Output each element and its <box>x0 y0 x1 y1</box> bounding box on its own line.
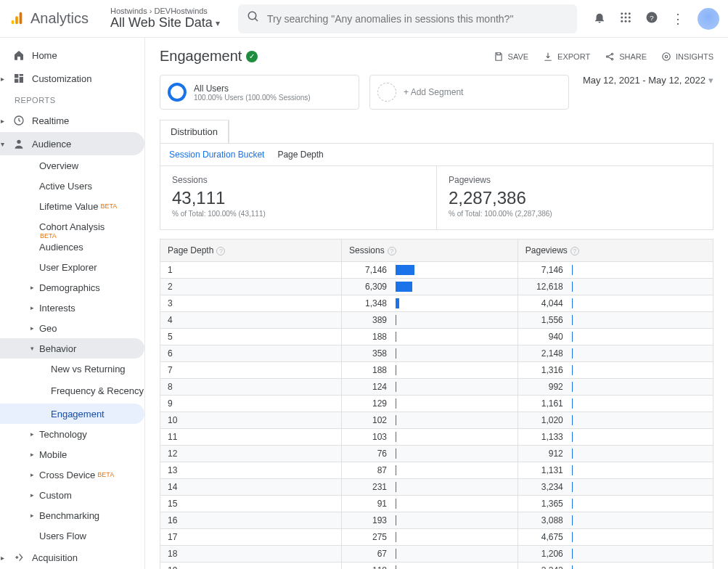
add-segment-label: + Add Segment <box>404 87 463 97</box>
svg-point-28 <box>665 55 668 58</box>
insights-button[interactable]: INSIGHTS <box>661 52 713 62</box>
sidebar-item-cohort[interactable]: Cohort AnalysisBETA <box>0 216 144 237</box>
cell-depth: 13 <box>160 462 342 479</box>
sidebar-item-audience[interactable]: ▾ Audience <box>0 132 144 155</box>
add-segment-circle-icon <box>377 83 396 102</box>
avatar[interactable] <box>698 8 719 30</box>
cell-pageviews: 2,148 <box>518 345 713 362</box>
chevron-right-icon: ▸ <box>30 512 34 519</box>
help-icon[interactable]: ? <box>570 247 579 255</box>
table-row: 5188940 <box>160 329 713 345</box>
sidebar-item-behavior[interactable]: ▾Behavior <box>0 338 144 359</box>
share-button[interactable]: SHARE <box>605 52 647 62</box>
metric-value: 2,287,386 <box>449 188 701 208</box>
sidebar-item-user-explorer[interactable]: User Explorer <box>0 257 144 277</box>
col-sessions[interactable]: Sessions? <box>342 240 518 262</box>
table-row: 191182,242 <box>160 562 713 570</box>
help-icon[interactable]: ? <box>388 247 396 255</box>
sidebar-item-label: Audiences <box>39 242 83 253</box>
cell-sessions: 1,348 <box>342 295 518 312</box>
table-row: 17,1467,146 <box>160 262 713 279</box>
metric-sub: % of Total: 100.00% (43,111) <box>172 210 425 218</box>
sidebar-item-label: Audience <box>32 139 71 150</box>
sidebar: Home ▸ Customization REPORTS ▸ Realtime … <box>0 38 145 569</box>
search-input[interactable] <box>267 13 568 25</box>
svg-point-3 <box>248 12 256 20</box>
sidebar-item-label: Cohort Analysis <box>39 221 105 232</box>
sidebar-item-label: Lifetime Value <box>39 201 98 212</box>
chevron-right-icon: ▸ <box>30 284 34 291</box>
help-icon[interactable]: ? <box>645 11 658 26</box>
sidebar-item-benchmarking[interactable]: ▸Benchmarking <box>0 505 144 525</box>
help-icon[interactable]: ? <box>216 247 225 255</box>
metric-label: Sessions <box>172 175 425 185</box>
search-bar[interactable] <box>238 4 577 33</box>
sidebar-item-customization[interactable]: ▸ Customization <box>0 67 144 90</box>
table-row: 63582,148 <box>160 345 713 362</box>
cell-sessions: 275 <box>342 529 518 546</box>
sidebar-item-overview[interactable]: Overview <box>0 155 144 176</box>
sidebar-item-users-flow[interactable]: Users Flow <box>0 525 144 546</box>
more-icon[interactable]: ⋮ <box>671 11 684 27</box>
sidebar-item-audiences[interactable]: Audiences <box>0 237 144 257</box>
sidebar-item-custom[interactable]: ▸Custom <box>0 485 144 505</box>
sidebar-item-label: Acquisition <box>32 552 78 563</box>
cell-depth: 7 <box>160 362 342 379</box>
sidebar-item-acquisition[interactable]: ▸ Acquisition <box>0 546 144 569</box>
cell-sessions: 358 <box>342 345 518 362</box>
cell-pageviews: 4,675 <box>518 529 713 546</box>
cell-depth: 5 <box>160 329 342 345</box>
subtab-page-depth[interactable]: Page Depth <box>277 150 323 160</box>
sidebar-item-mobile[interactable]: ▸Mobile <box>0 444 144 464</box>
segment-title: All Users <box>194 83 311 94</box>
cell-pageviews: 12,618 <box>518 279 713 295</box>
header-icons: ? ⋮ <box>593 8 719 30</box>
cell-depth: 9 <box>160 396 342 412</box>
sidebar-item-demographics[interactable]: ▸Demographics <box>0 277 144 298</box>
sidebar-item-label: New vs Returning <box>51 364 126 374</box>
col-depth[interactable]: Page Depth? <box>160 240 342 262</box>
action-label: SAVE <box>508 52 529 61</box>
add-segment-button[interactable]: + Add Segment <box>369 75 569 110</box>
property-selector[interactable]: Hostwinds › DEVHostwinds All Web Site Da… <box>110 7 226 30</box>
svg-point-12 <box>625 20 627 22</box>
export-button[interactable]: EXPORT <box>543 52 590 62</box>
table-row: 15911,365 <box>160 496 713 512</box>
sidebar-item-label: Home <box>32 50 57 61</box>
cell-pageviews: 940 <box>518 329 713 345</box>
sidebar-item-frequency[interactable]: Frequency & Recency <box>0 379 144 404</box>
sidebar-item-home[interactable]: Home <box>0 44 144 67</box>
apps-icon[interactable] <box>619 11 632 26</box>
sidebar-item-active-users[interactable]: Active Users <box>0 176 144 196</box>
col-pageviews[interactable]: Pageviews? <box>518 240 713 262</box>
save-button[interactable]: SAVE <box>494 52 529 62</box>
sidebar-item-cross-device[interactable]: ▸Cross DeviceBETA <box>0 464 144 485</box>
page-title-text: Engagement <box>160 48 242 65</box>
subtab-session-duration[interactable]: Session Duration Bucket <box>169 150 264 160</box>
notifications-icon[interactable] <box>593 11 606 26</box>
cell-depth: 19 <box>160 562 342 570</box>
sidebar-item-new-vs-returning[interactable]: New vs Returning <box>0 359 144 379</box>
chevron-right-icon: ▸ <box>30 471 34 478</box>
cell-depth: 1 <box>160 262 342 279</box>
cell-depth: 18 <box>160 546 342 562</box>
cell-depth: 15 <box>160 496 342 512</box>
cell-pageviews: 3,234 <box>518 479 713 496</box>
sidebar-item-realtime[interactable]: ▸ Realtime <box>0 109 144 132</box>
chevron-right-icon: ▸ <box>0 554 6 562</box>
beta-badge: BETA <box>100 202 117 210</box>
segment-all-users[interactable]: All Users 100.00% Users (100.00% Session… <box>160 75 359 110</box>
segment-sub: 100.00% Users (100.00% Sessions) <box>194 94 311 102</box>
top-header: Analytics Hostwinds › DEVHostwinds All W… <box>0 0 728 38</box>
sidebar-item-geo[interactable]: ▸Geo <box>0 318 144 338</box>
cell-depth: 2 <box>160 279 342 295</box>
cell-depth: 16 <box>160 512 342 529</box>
sidebar-item-label: Engagement <box>51 409 105 419</box>
date-range-picker[interactable]: May 12, 2021 - May 12, 2022 ▾ <box>583 75 713 86</box>
sidebar-item-engagement[interactable]: Engagement <box>0 404 144 424</box>
brand-block[interactable]: Analytics <box>9 10 105 27</box>
sidebar-item-interests[interactable]: ▸Interests <box>0 298 144 318</box>
sidebar-item-lifetime-value[interactable]: Lifetime ValueBETA <box>0 196 144 216</box>
tab-distribution[interactable]: Distribution <box>160 120 229 143</box>
sidebar-item-technology[interactable]: ▸Technology <box>0 424 144 444</box>
